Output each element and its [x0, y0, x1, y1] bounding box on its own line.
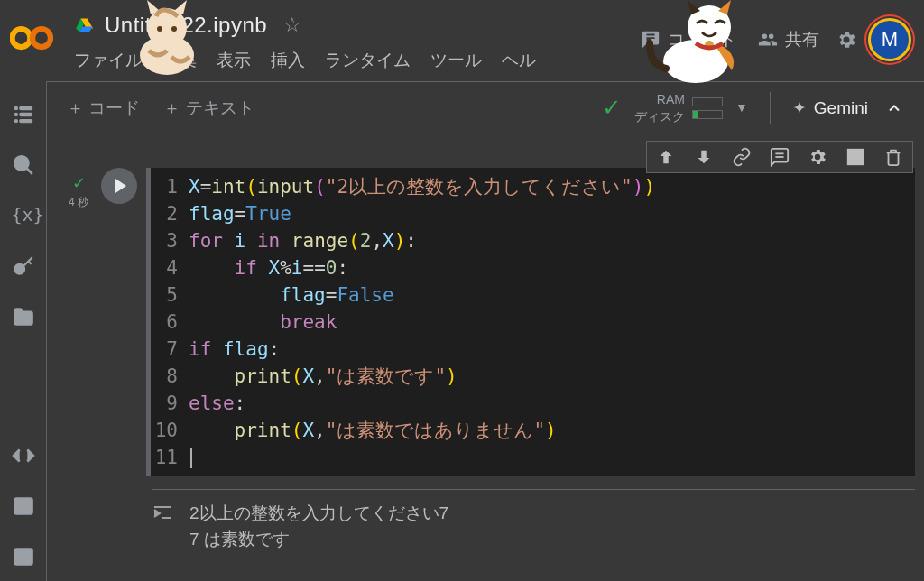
- colab-logo[interactable]: [7, 13, 58, 63]
- code-line: 11: [151, 444, 915, 471]
- output-icon[interactable]: [152, 503, 173, 524]
- line-content: flag=False: [189, 281, 394, 309]
- line-content: else:: [189, 390, 245, 417]
- avatar[interactable]: M: [868, 18, 911, 61]
- code-line: 3for i in range(2,X):: [151, 227, 915, 254]
- snippets-icon[interactable]: [12, 494, 35, 518]
- svg-point-8: [14, 156, 28, 170]
- gemini-label: Gemini: [814, 98, 868, 118]
- left-rail: {x}: [0, 81, 47, 581]
- files-icon[interactable]: [12, 305, 35, 328]
- line-content: break: [189, 309, 337, 336]
- ram-bar: [692, 97, 723, 106]
- output-line: 2以上の整数を入力してください7: [189, 501, 448, 527]
- drive-icon: [74, 16, 94, 34]
- chevron-up-icon: [885, 99, 903, 117]
- line-number: 2: [151, 200, 189, 227]
- settings-icon[interactable]: [836, 29, 857, 51]
- cell-settings-icon[interactable]: [808, 147, 827, 167]
- menu-ヘル[interactable]: ヘル: [502, 49, 536, 72]
- resource-indicator[interactable]: RAM ディスク ▼: [634, 91, 748, 124]
- disk-bar: [692, 110, 723, 119]
- cell-output: 2以上の整数を入力してください77 は素数です: [152, 489, 915, 561]
- mirror-icon[interactable]: [845, 147, 865, 167]
- svg-point-23: [171, 26, 177, 32]
- svg-rect-2: [14, 106, 17, 109]
- move-up-icon[interactable]: [656, 147, 676, 167]
- cell-comment-icon[interactable]: [770, 147, 790, 167]
- cat-decoration-left: [122, 0, 212, 82]
- exec-time: 4 秒: [65, 195, 92, 210]
- svg-line-9: [26, 168, 32, 174]
- terminal-icon[interactable]: [12, 545, 35, 568]
- line-number: 7: [151, 336, 189, 363]
- ram-label: RAM: [634, 91, 685, 107]
- svg-rect-6: [14, 119, 17, 122]
- line-number: 9: [151, 390, 189, 417]
- code-line: 7if flag:: [151, 336, 915, 363]
- line-content: print(X,"は素数です"): [189, 363, 457, 390]
- code-line: 8 print(X,"は素数です"): [151, 363, 915, 390]
- people-icon: [758, 30, 778, 50]
- code-editor[interactable]: 1X=int(input("2以上の整数を入力してください"))2flag=Tr…: [146, 168, 915, 476]
- svg-point-10: [14, 264, 24, 274]
- code-line: 4 if X%i==0:: [151, 254, 915, 281]
- svg-rect-5: [19, 113, 32, 115]
- menu-表示[interactable]: 表示: [217, 49, 251, 72]
- code-line: 10 print(X,"は素数ではありません"): [151, 417, 915, 444]
- output-line: 7 は素数です: [189, 527, 448, 553]
- menu-ランタイム[interactable]: ランタイム: [325, 49, 411, 72]
- play-icon: [116, 179, 126, 193]
- line-content: flag=True: [189, 200, 291, 227]
- menu-挿入[interactable]: 挿入: [271, 49, 305, 72]
- collapse-button[interactable]: [881, 95, 908, 122]
- line-number: 3: [151, 227, 189, 254]
- avatar-letter: M: [871, 21, 909, 59]
- line-number: 5: [151, 281, 189, 309]
- cell-toolbar: [646, 141, 913, 173]
- code-line: 5 flag=False: [151, 281, 915, 309]
- svg-point-22: [157, 26, 162, 32]
- line-number: 10: [151, 417, 189, 444]
- line-number: 6: [151, 309, 189, 336]
- svg-rect-7: [19, 119, 32, 122]
- code-icon[interactable]: [12, 444, 35, 467]
- menu-ツール[interactable]: ツール: [430, 49, 482, 72]
- toc-icon[interactable]: [12, 103, 35, 126]
- move-down-icon[interactable]: [694, 147, 714, 167]
- gemini-button[interactable]: ✦ Gemini: [792, 97, 868, 118]
- cat-decoration-right: [646, 0, 754, 87]
- code-line: 6 break: [151, 309, 915, 336]
- secrets-icon[interactable]: [12, 254, 35, 278]
- svg-point-21: [147, 8, 187, 48]
- line-content: X=int(input("2以上の整数を入力してください")): [189, 173, 655, 200]
- share-label: 共有: [785, 28, 819, 51]
- svg-rect-3: [19, 106, 32, 109]
- execution-indicator: ✓4 秒: [65, 168, 92, 210]
- run-button[interactable]: [101, 168, 137, 204]
- delete-icon[interactable]: [883, 147, 903, 167]
- line-content: if flag:: [189, 336, 280, 363]
- toolbar: ＋ コード ＋ テキスト ✓ RAM ディスク ▼ ✦ Gemini: [0, 81, 924, 134]
- code-line: 9else:: [151, 390, 915, 417]
- code-line: 2flag=True: [151, 200, 915, 227]
- search-icon[interactable]: [12, 153, 35, 177]
- disk-label: ディスク: [634, 108, 685, 124]
- line-number: 11: [151, 444, 189, 471]
- variables-icon[interactable]: {x}: [12, 204, 35, 227]
- add-code-button[interactable]: ＋ コード: [67, 97, 140, 120]
- share-button[interactable]: 共有: [753, 24, 825, 55]
- line-number: 1: [151, 173, 189, 200]
- link-icon[interactable]: [732, 147, 752, 167]
- star-icon[interactable]: ☆: [283, 14, 301, 37]
- sparkle-icon: ✦: [792, 97, 807, 118]
- notebook-area: ✓4 秒 1X=int(input("2以上の整数を入力してください"))2fl…: [47, 134, 924, 581]
- code-cell: ✓4 秒 1X=int(input("2以上の整数を入力してください"))2fl…: [65, 168, 915, 561]
- add-text-button[interactable]: ＋ テキスト: [163, 97, 254, 120]
- status-check-icon: ✓: [602, 94, 622, 122]
- line-content: print(X,"は素数ではありません"): [189, 417, 557, 444]
- text-cursor: [190, 448, 192, 468]
- line-number: 8: [151, 363, 189, 390]
- svg-rect-18: [848, 150, 855, 165]
- svg-point-1: [32, 29, 51, 47]
